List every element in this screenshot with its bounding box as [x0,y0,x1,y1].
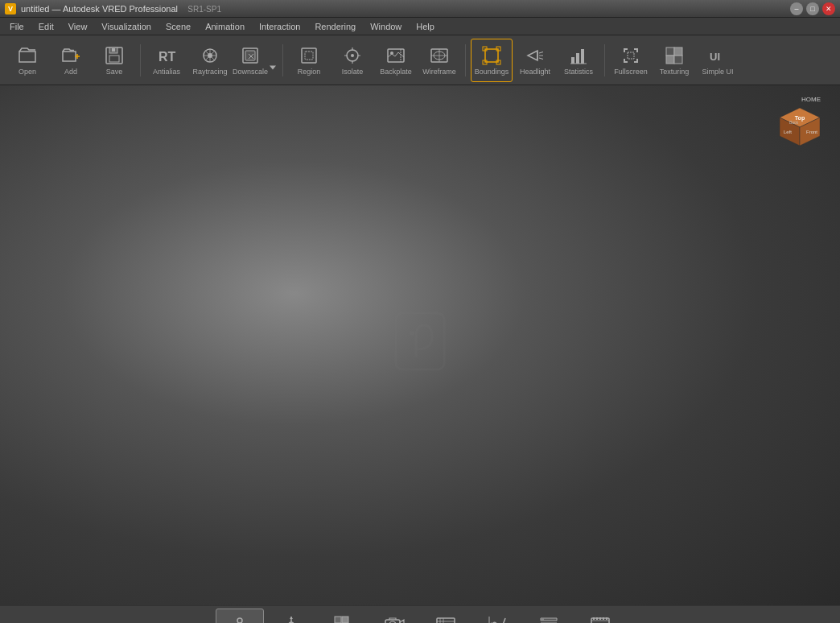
menu-interaction[interactable]: Interaction [253,20,307,33]
region-label: Region [298,68,321,76]
svg-rect-28 [666,47,674,56]
fullscreen-button[interactable]: Fullscreen [610,39,652,82]
save-label: Save [106,68,123,76]
menu-edit[interactable]: Edit [32,20,60,33]
statistics-icon [567,44,590,67]
menu-rendering[interactable]: Rendering [308,20,362,33]
isolate-button[interactable]: Isolate [331,39,373,82]
headlight-icon [524,44,546,67]
downscale-dropdown[interactable] [268,39,278,82]
menu-visualization[interactable]: Visualization [95,20,158,33]
svg-rect-60 [596,617,598,620]
clips-icon [435,614,456,624]
graph-button[interactable]: Graph [216,609,264,624]
title-bar: V untitled — Autodesk VRED Professional … [0,0,840,18]
raytracing-label: Raytracing [192,68,227,76]
watermark [372,297,468,394]
texturing-button[interactable]: Texturing [653,39,695,82]
separator-4 [604,44,605,76]
save-icon [103,44,126,67]
viewport[interactable]: HOME Top Left Front Back [0,85,840,605]
close-button[interactable]: ✕ [822,2,835,15]
statistics-label: Statistics [564,68,593,76]
raytracing-icon [199,44,221,67]
svg-text:Left: Left [784,130,792,134]
antialias-icon: RT [155,44,178,67]
region-icon [298,44,320,67]
menu-help[interactable]: Help [410,20,441,33]
boundings-icon [480,44,503,67]
svg-text:RT: RT [159,50,176,64]
svg-rect-31 [674,56,682,64]
render-button[interactable]: Render [576,609,624,624]
open-label: Open [19,68,36,76]
svg-rect-2 [109,56,119,62]
materials-icon [332,614,353,624]
svg-rect-26 [581,49,584,64]
menu-animation[interactable]: Animation [199,20,251,33]
svg-point-12 [351,54,354,57]
simpleui-button[interactable]: UI Simple UI [697,39,739,82]
boundings-label: Boundings [475,68,509,76]
maximize-button[interactable]: □ [806,2,819,15]
antialias-label: Antialias [153,68,180,76]
svg-text:UI: UI [710,51,720,63]
downscale-button[interactable]: Downscale [233,39,268,82]
antialias-button[interactable]: RT Antialias [146,39,187,82]
vsets-button[interactable]: VSets [525,609,573,624]
transform-button[interactable]: Transform [267,609,315,624]
svg-rect-30 [666,56,674,64]
svg-text:Front: Front [806,130,817,134]
svg-rect-61 [599,617,601,620]
headlight-button[interactable]: Headlight [514,39,556,82]
menu-file[interactable]: File [3,20,31,33]
svg-rect-9 [302,48,316,63]
boundings-button[interactable]: Boundings [471,39,513,82]
region-button[interactable]: Region [288,39,330,82]
svg-point-6 [208,53,212,58]
save-button[interactable]: Save [93,39,135,82]
backplate-button[interactable]: Backplate [375,39,417,82]
simpleui-icon: UI [706,44,729,67]
cameras-button[interactable]: Cameras [370,609,418,624]
add-icon [60,44,82,67]
wireframe-button[interactable]: Wireframe [418,39,460,82]
svg-rect-10 [305,52,313,60]
minimize-button[interactable]: – [790,2,803,15]
texturing-label: Texturing [660,68,690,76]
wireframe-label: Wireframe [422,68,456,76]
svg-rect-55 [541,618,544,621]
svg-point-42 [410,331,414,336]
vsets-icon [538,614,559,624]
downscale-group: Downscale [233,39,278,82]
transform-icon [281,614,302,624]
svg-rect-3 [112,48,115,52]
toolbar: Open Add Save RT [0,35,840,85]
svg-rect-24 [571,57,574,64]
open-icon [16,44,39,67]
svg-text:Back: Back [789,120,799,125]
svg-rect-47 [335,617,341,623]
menu-window[interactable]: Window [364,20,408,33]
texturing-icon [663,44,686,67]
clips-button[interactable]: Clips [422,609,470,624]
nav-cube[interactable]: HOME Top Left Front Back [768,93,832,158]
materials-button[interactable]: Materials [319,609,367,624]
statistics-button[interactable]: Statistics [558,39,599,82]
curves-button[interactable]: Curves [473,609,521,624]
svg-rect-54 [437,618,455,624]
title-text: untitled — Autodesk VRED Professional SR… [21,4,790,14]
curves-icon [487,614,508,624]
open-button[interactable]: Open [6,39,48,82]
svg-text:HOME: HOME [801,96,821,103]
svg-rect-29 [674,47,682,56]
menu-view[interactable]: View [62,20,94,33]
isolate-icon [341,44,364,67]
add-button[interactable]: Add [50,39,92,82]
raytracing-button[interactable]: Raytracing [189,39,231,82]
add-label: Add [64,68,77,76]
cameras-icon [384,614,405,624]
title-buttons: – □ ✕ [790,2,835,15]
svg-rect-25 [576,53,579,64]
menu-scene[interactable]: Scene [159,20,197,33]
